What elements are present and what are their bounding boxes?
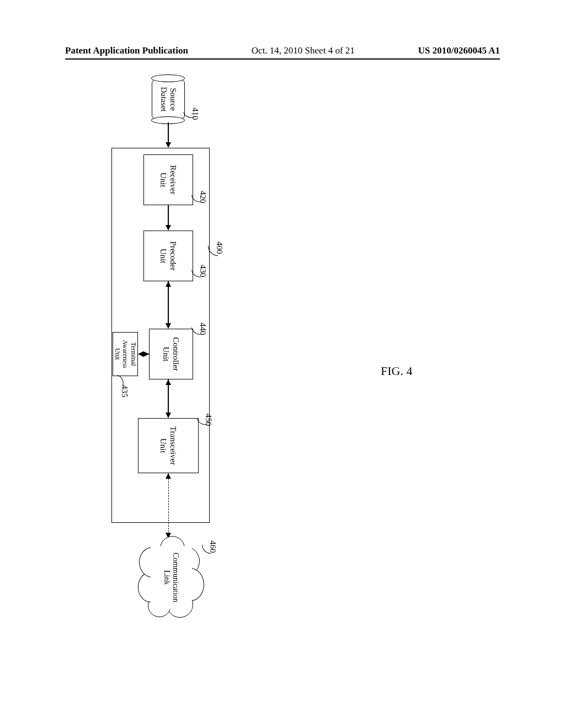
precoder-unit-box: Precoder Unit xyxy=(143,231,193,281)
transceiver-unit-label: Transceiver Unit xyxy=(158,426,178,465)
receiver-unit-box: Receiver Unit xyxy=(143,154,193,205)
arrow-precoder-controller xyxy=(168,281,169,325)
arrowhead-source-receiver xyxy=(166,142,171,148)
arrowhead-receiver-precoder xyxy=(166,225,171,231)
communication-link-cloud: Communication Link xyxy=(138,536,204,619)
arrowhead-precoder-controller-l xyxy=(166,281,171,287)
page-header: Patent Application Publication Oct. 14, … xyxy=(65,45,500,60)
arrowhead-controller-transceiver-l xyxy=(166,379,171,385)
diagram: Source Dataset 410 400 Receiver Unit 420… xyxy=(110,77,232,640)
precoder-unit-label: Precoder Unit xyxy=(158,241,178,270)
receiver-unit-label: Receiver Unit xyxy=(158,165,178,194)
arrowhead-precoder-controller-r xyxy=(166,323,171,329)
arrow-receiver-precoder xyxy=(168,205,169,227)
arrowhead-dashed-l xyxy=(166,473,171,479)
figure-label: FIG. 4 xyxy=(381,364,412,378)
arrowhead-controller-transceiver-r xyxy=(166,413,171,418)
arrowhead-controller-terminal-d xyxy=(138,351,143,357)
controller-unit-box: Controller Unit xyxy=(149,329,193,379)
source-dataset-cylinder: Source Dataset xyxy=(152,77,185,121)
arrow-source-receiver xyxy=(168,122,169,144)
ref-435: 435 xyxy=(120,385,129,398)
dashed-arrow-transceiver-cloud xyxy=(168,473,169,535)
transceiver-unit-box: Transceiver Unit xyxy=(138,418,199,473)
source-dataset-label: Source Dataset xyxy=(152,78,184,121)
header-left: Patent Application Publication xyxy=(65,45,188,56)
arrowhead-controller-terminal-u xyxy=(143,351,149,357)
header-right: US 2010/0260045 A1 xyxy=(418,45,500,56)
terminal-awareness-unit-label: Terminal Awareness Unit xyxy=(113,340,137,368)
header-mid: Oct. 14, 2010 Sheet 4 of 21 xyxy=(252,45,355,56)
terminal-awareness-unit-box: Terminal Awareness Unit xyxy=(113,332,138,376)
diagram-rotated: Source Dataset 410 400 Receiver Unit 420… xyxy=(110,77,232,640)
communication-link-label: Communication Link xyxy=(138,536,204,619)
controller-unit-label: Controller Unit xyxy=(161,337,181,371)
